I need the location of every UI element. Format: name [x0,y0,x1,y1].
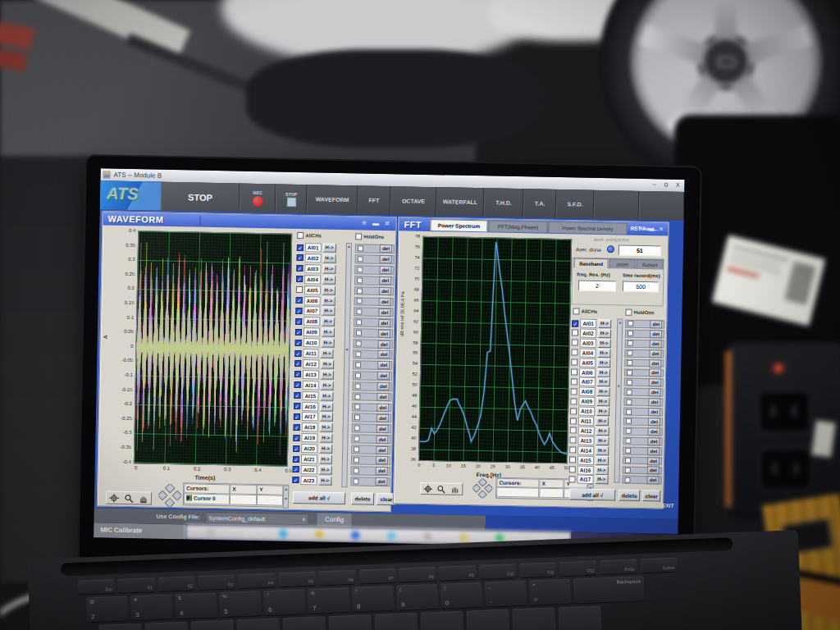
fft-holdon-checkbox-AI13[interactable] [625,438,631,444]
waveform-holdon-del-button-AI23[interactable]: del [376,477,388,486]
fft-channel-checkbox-AI03[interactable] [572,340,578,346]
tab-power-spectrum[interactable]: Power Spectrum [430,219,487,231]
fft-holdon-del-button-AI11[interactable]: del [648,418,660,426]
waveform-channel-checkbox-AI12[interactable]: ✓ [294,360,301,367]
waveform-holdon-checkbox-AI04[interactable] [357,277,363,283]
fft-channel-h-button-AI12[interactable]: H-> [596,427,609,436]
waveform-channel-checkbox-AI18[interactable]: ✓ [294,424,300,431]
waveform-channel-h-button-AI22[interactable]: H-> [318,465,331,474]
waveform-channel-checkbox-AI13[interactable]: ✓ [294,371,301,377]
waveform-holdon-del-button-AI02[interactable]: del [380,255,392,263]
waveform-holdon-checkbox-AI05[interactable] [357,288,363,294]
waveform-channel-checkbox-AI10[interactable]: ✓ [295,340,302,346]
mode-tab-baseband[interactable]: Baseband [573,258,608,268]
fft-channel-h-button-AI14[interactable]: H-> [596,446,609,455]
waveform-holdon-del-button-AI11[interactable]: del [378,350,390,358]
waveform-channel-checkbox-AI03[interactable]: ✓ [296,265,303,272]
waveform-holdon-checkbox-AI19[interactable] [354,436,359,441]
waveform-channel-h-button-AI02[interactable]: H-> [322,253,336,262]
waveform-holdon-del-button-AI17[interactable]: del [377,414,389,422]
waveform-holdon-checkbox-AI06[interactable] [357,299,363,304]
fft-channel-checkbox-AI05[interactable] [571,358,578,365]
cursor-mover-icon[interactable] [158,484,182,508]
tab-power-spectral-density[interactable]: Power Spectral Density [548,221,627,235]
fft-channel-checkbox-AI13[interactable] [569,437,576,444]
waveform-holdon-checkbox-AI23[interactable] [353,478,358,484]
fft-holdon-del-button-AI14[interactable]: del [647,447,660,455]
waveform-channel-checkbox-AI14[interactable]: ✓ [294,381,301,388]
cursor-empty-x[interactable] [539,488,564,499]
waveform-delete-button[interactable]: delete [351,492,374,505]
taskbar-app-icon[interactable] [279,530,287,538]
fft-holdon-del-button-AI13[interactable]: del [648,437,660,445]
taskbar-app-icon[interactable] [207,528,215,536]
waveform-holdon-checkbox-AI13[interactable] [355,372,361,378]
waveform-holdon-checkbox-AI16[interactable] [354,404,360,410]
fft-holdon-del-button-AI09[interactable]: del [649,398,661,406]
waveform-channel-checkbox-AI09[interactable]: ✓ [295,329,302,336]
mic-calibrate-button[interactable]: MIC Calibrate [94,523,185,539]
exit-button[interactable]: EXIT [662,503,674,509]
waveform-holdon-del-button-AI06[interactable]: del [379,298,391,306]
fft-channel-checkbox-AI17[interactable] [568,476,575,482]
fft-chart[interactable] [418,236,572,463]
fft-channel-h-button-AI11[interactable]: H-> [596,417,609,426]
fft-add-all-button[interactable]: add all √ [569,488,615,500]
holdons-checkbox[interactable] [625,309,632,316]
fft-channel-h-button-AI16[interactable]: H-> [595,465,608,474]
close-icon[interactable]: ✕ [381,219,392,228]
fft-holdon-checkbox-AI14[interactable] [625,448,631,454]
cursor0-row[interactable]: Cursor 0 [184,493,230,504]
waveform-holdon-del-button-AI10[interactable]: del [378,340,390,348]
fft-channel-checkbox-AI11[interactable] [570,418,577,424]
fft-holdon-del-button-AI03[interactable]: del [650,340,662,348]
fft-channel-checkbox-AI09[interactable] [570,398,577,404]
waveform-channel-checkbox-AI04[interactable]: ✓ [296,276,303,282]
waveform-channel-checkbox-AI01[interactable]: ✓ [297,244,304,250]
fft-channel-checkbox-AI08[interactable] [571,388,578,395]
fft-channel-h-button-AI05[interactable]: H-> [597,358,610,368]
waveform-holdon-checkbox-AI20[interactable] [354,446,359,452]
waveform-holdon-del-button-AI19[interactable]: del [377,435,389,443]
toolbar-button-octave[interactable]: OCTAVE [390,186,437,216]
waveform-holdon-checkbox-AI03[interactable] [357,267,363,272]
fft-channel-h-button-AI09[interactable]: H-> [596,397,609,406]
waveform-channel-checkbox-AI17[interactable]: ✓ [294,413,300,420]
waveform-holdon-checkbox-AI09[interactable] [356,330,362,336]
waveform-holdon-checkbox-AI08[interactable] [356,320,362,326]
waveform-channel-h-button-AI20[interactable]: H-> [319,445,332,454]
fft-holdon-del-button-AI17[interactable]: del [647,477,660,485]
fft-holdon-del-button-AI02[interactable]: del [650,330,662,338]
fft-holdon-checkbox-AI07[interactable] [627,380,632,386]
waveform-channel-checkbox-AI08[interactable]: ✓ [295,318,302,325]
waveform-holdon-del-button-AI15[interactable]: del [377,393,390,401]
minimize-icon[interactable]: – [652,180,656,188]
waveform-channel-h-button-AI10[interactable]: H-> [321,339,334,348]
cursor-empty-row[interactable] [496,487,539,498]
waveform-channel-checkbox-AI15[interactable]: ✓ [294,392,300,399]
rec-button[interactable]: REC [240,184,276,213]
toolbar-button-sfd[interactable]: S.F.D. [556,189,595,219]
waveform-holdon-checkbox-AI17[interactable] [354,415,360,421]
allchs-checkbox[interactable] [297,232,304,239]
waveform-channel-h-button-AI19[interactable]: H-> [319,434,332,443]
fft-holdon-del-button-AI07[interactable]: del [649,379,661,387]
waveform-channel-checkbox-AI07[interactable]: ✓ [295,308,302,314]
config-file-dropdown[interactable]: SystemConfig_default∨ [205,512,308,525]
toolbar-button-thd[interactable]: T.H.D. [484,188,524,217]
taskbar-app-icon[interactable] [315,530,323,538]
minimize-icon[interactable]: ▬ [370,219,381,228]
waveform-channel-h-button-AI12[interactable]: H-> [321,359,334,368]
maximize-icon[interactable]: o [664,180,668,189]
waveform-holdon-checkbox-AI02[interactable] [358,256,363,262]
fft-channel-checkbox-AI14[interactable] [569,447,576,454]
waveform-channel-h-button-AI06[interactable]: H-> [322,296,335,305]
fft-window-header[interactable]: FFT Power Spectrum FFT(Mag.Phase) Power … [399,217,668,235]
waveform-channel-h-button-AI18[interactable]: H-> [319,423,332,432]
fft-channel-checkbox-AI12[interactable] [570,427,577,434]
taskbar-app-icon[interactable] [243,529,251,537]
cursors-scrollbar[interactable]: ▲▼ [283,486,290,509]
fft-channel-h-button-AI15[interactable]: H-> [596,456,609,465]
waveform-holdon-del-button-AI03[interactable]: del [380,266,392,274]
waveform-holdon-del-button-AI22[interactable]: del [376,467,388,475]
